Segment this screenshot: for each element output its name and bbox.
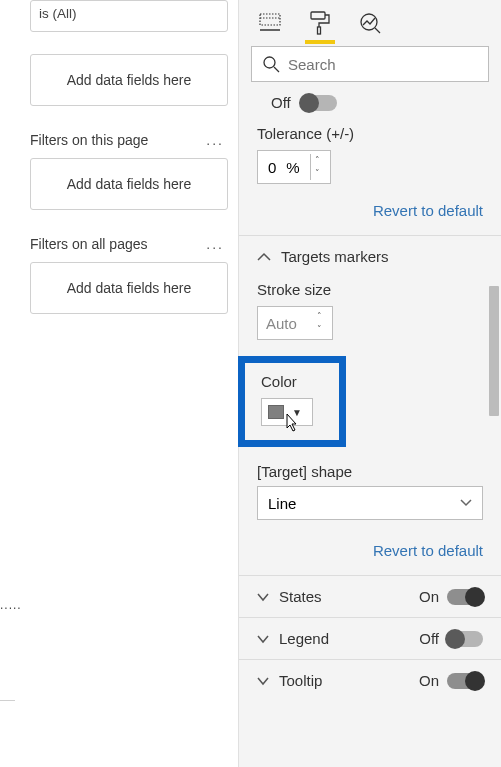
section-title: Targets markers: [281, 248, 389, 265]
shape-label: [Target] shape: [239, 457, 501, 486]
fields-icon: [259, 13, 281, 33]
svg-rect-4: [318, 27, 321, 34]
sync-label: Off: [271, 94, 291, 111]
tolerance-stepper[interactable]: ˄ ˅: [310, 154, 324, 180]
search-input-wrap[interactable]: [251, 46, 489, 82]
target-shape-select[interactable]: Line: [257, 486, 483, 520]
tooltip-switch-label: On: [419, 672, 439, 689]
color-picker[interactable]: ▼: [261, 398, 313, 426]
more-icon[interactable]: ...: [206, 132, 224, 148]
dropzone-visual-filters[interactable]: Add data fields here: [30, 54, 228, 106]
stroke-label: Stroke size: [239, 277, 501, 306]
chevron-down-icon: [460, 499, 472, 507]
tooltip-toggle[interactable]: [447, 673, 483, 689]
pane-tabs: [239, 6, 501, 44]
color-highlight-box: Color ▼: [238, 356, 346, 447]
legend-switch-label: Off: [419, 630, 439, 647]
legend-toggle[interactable]: [447, 631, 483, 647]
search-input[interactable]: [288, 56, 478, 73]
caret-down-icon: ▼: [292, 407, 302, 418]
filters-all-header: Filters on all pages ...: [30, 232, 228, 262]
tab-format[interactable]: [307, 10, 333, 36]
color-label: Color: [261, 373, 317, 390]
tab-analytics[interactable]: [357, 10, 383, 36]
tolerance-unit: %: [286, 159, 299, 176]
tolerance-value: 0: [268, 159, 276, 176]
sync-toggle-row: Off: [239, 92, 501, 123]
chevron-down-icon: [257, 676, 269, 686]
filters-all-label: Filters on all pages: [30, 236, 148, 252]
more-icon[interactable]: ...: [206, 236, 224, 252]
states-switch-label: On: [419, 588, 439, 605]
filter-is-label: is (All): [39, 5, 219, 23]
svg-point-5: [361, 14, 377, 30]
analytics-icon: [359, 12, 381, 34]
scrollbar-thumb[interactable]: [489, 286, 499, 416]
shape-value: Line: [268, 495, 296, 512]
revert-link-2[interactable]: Revert to default: [239, 542, 501, 575]
stroke-size-input[interactable]: Auto ˄ ˅: [257, 306, 333, 340]
color-swatch: [268, 405, 284, 419]
filters-pane: is (All) Add data fields here Filters on…: [0, 0, 238, 767]
step-down-icon[interactable]: ˅: [313, 323, 326, 336]
dropzone-page-filters[interactable]: Add data fields here: [30, 158, 228, 210]
section-legend[interactable]: Legend Off: [239, 617, 501, 659]
legend-label: Legend: [279, 630, 329, 647]
step-up-icon[interactable]: ˄: [313, 310, 326, 323]
chevron-up-icon: [257, 252, 271, 262]
chevron-down-icon: [257, 592, 269, 602]
dropzone-label: Add data fields here: [67, 280, 192, 296]
states-label: States: [279, 588, 322, 605]
chevron-down-icon: [257, 634, 269, 644]
filters-page-label: Filters on this page: [30, 132, 148, 148]
svg-line-6: [375, 28, 380, 33]
tab-fields[interactable]: [257, 10, 283, 36]
section-targets-markers[interactable]: Targets markers: [239, 235, 501, 277]
section-states[interactable]: States On: [239, 575, 501, 617]
tolerance-label: Tolerance (+/-): [239, 123, 501, 150]
filters-page-header: Filters on this page ...: [30, 128, 228, 158]
states-toggle[interactable]: [447, 589, 483, 605]
dropzone-label: Add data fields here: [67, 72, 192, 88]
search-icon: [262, 55, 280, 73]
svg-rect-0: [260, 14, 280, 25]
tolerance-input[interactable]: 0 % ˄ ˅: [257, 150, 331, 184]
svg-rect-3: [311, 12, 325, 19]
filter-card-target[interactable]: is (All): [30, 0, 228, 32]
paint-roller-icon: [309, 11, 331, 35]
tooltip-label: Tooltip: [279, 672, 322, 689]
svg-line-8: [274, 67, 279, 72]
step-up-icon[interactable]: ˄: [311, 154, 324, 167]
section-tooltip[interactable]: Tooltip On: [239, 659, 501, 701]
svg-point-7: [264, 57, 275, 68]
dropzone-all-filters[interactable]: Add data fields here: [30, 262, 228, 314]
revert-link-1[interactable]: Revert to default: [239, 202, 501, 235]
stroke-stepper[interactable]: ˄ ˅: [313, 310, 326, 336]
format-pane: Off Tolerance (+/-) 0 % ˄ ˅ Revert to de…: [238, 0, 501, 767]
dropzone-label: Add data fields here: [67, 176, 192, 192]
stroke-value: Auto: [266, 315, 297, 332]
sync-toggle[interactable]: [301, 95, 337, 111]
step-down-icon[interactable]: ˅: [311, 167, 324, 180]
